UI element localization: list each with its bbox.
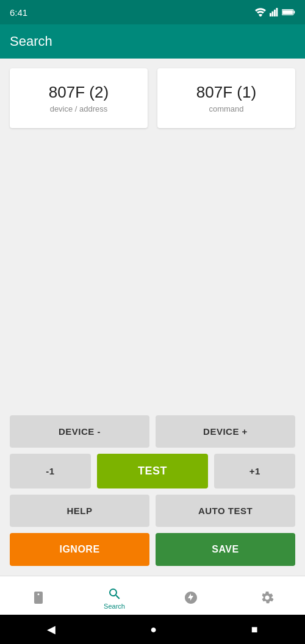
back-button[interactable]: ◀ [47,623,56,636]
auto-test-button[interactable]: AUTO TEST [156,495,295,527]
search-nav-icon [107,587,122,601]
svg-rect-6 [282,10,293,15]
wifi-icon [255,8,266,16]
device-buttons-row: DEVICE - DEVICE + [10,415,295,448]
remote-icon [31,590,46,605]
plus1-button[interactable]: +1 [214,454,295,488]
svg-rect-1 [272,12,274,16]
app-bar: Search [0,24,305,59]
test-button[interactable]: TEST [97,454,209,488]
status-bar: 6:41 [0,0,305,24]
card-command-label: command [209,104,243,113]
main-content: 807F (2) device / address 807F (1) comma… [0,59,305,576]
card-device-address: 807F (2) device / address [10,68,148,128]
svg-rect-0 [270,13,271,16]
battery-icon [282,9,295,16]
block-icon [184,590,198,605]
cards-row: 807F (2) device / address 807F (1) comma… [10,68,295,128]
system-nav: ◀ ● ■ [0,615,305,644]
minus1-button[interactable]: -1 [10,454,91,488]
svg-rect-5 [293,11,295,13]
ignore-save-row: IGNORE SAVE [10,533,295,566]
status-icons [255,8,295,16]
ignore-button[interactable]: IGNORE [10,533,149,566]
svg-rect-3 [276,8,278,16]
card-device-label: device / address [50,104,108,113]
nav-item-block[interactable] [152,576,229,615]
buttons-section: DEVICE - DEVICE + -1 TEST +1 HELP AUTO T… [10,415,295,566]
status-time: 6:41 [10,7,27,18]
device-plus-button[interactable]: DEVICE + [156,415,295,448]
bottom-nav: Search [0,576,305,615]
save-button[interactable]: SAVE [156,533,295,566]
content-spacer [10,138,295,415]
card-command: 807F (1) command [157,68,295,128]
nav-label-search: Search [104,603,125,610]
svg-rect-2 [274,10,276,16]
app-bar-title: Search [10,34,52,49]
device-minus-button[interactable]: DEVICE - [10,415,149,448]
nav-item-remote[interactable] [0,576,76,615]
settings-icon [260,590,274,605]
home-button[interactable]: ● [150,623,157,636]
card-device-value: 807F (2) [49,83,109,102]
help-button[interactable]: HELP [10,495,149,527]
signal-icon [270,8,278,16]
card-command-value: 807F (1) [196,83,256,102]
nav-item-settings[interactable] [229,576,305,615]
test-buttons-row: -1 TEST +1 [10,454,295,488]
help-autotest-row: HELP AUTO TEST [10,495,295,527]
recent-button[interactable]: ■ [251,623,258,636]
nav-item-search[interactable]: Search [76,576,152,615]
